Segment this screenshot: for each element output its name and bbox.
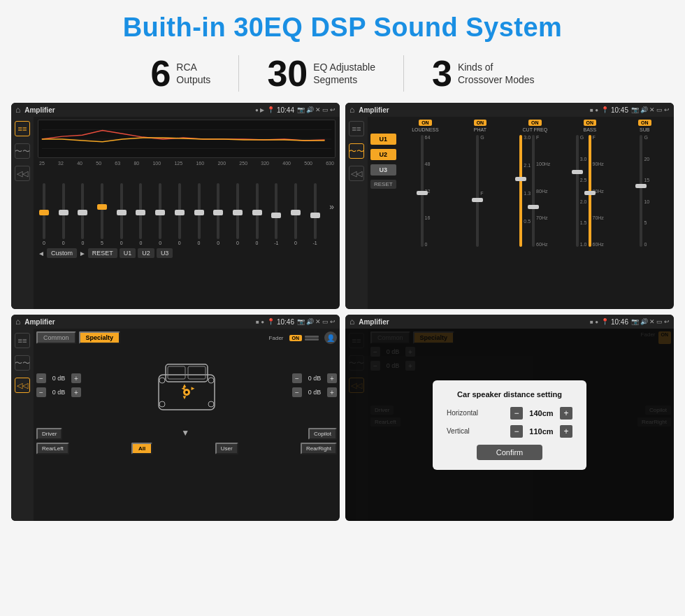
distance-status-icons: 📷 🔊 ✕ ▭ ↩ <box>631 318 670 325</box>
speaker-arrow-down[interactable]: ▼ <box>181 428 189 440</box>
eq-slider-12[interactable]: 0 <box>252 183 262 245</box>
cutfreq-slider-l[interactable] <box>519 135 522 247</box>
eq-slider-2[interactable]: 0 <box>59 183 68 245</box>
crossover-vol-icon: 🔊 <box>640 106 648 113</box>
eq-slider-10[interactable]: 0 <box>213 183 223 245</box>
eq-expand-icon[interactable]: » <box>329 202 334 212</box>
speaker-db-minus-br[interactable]: − <box>292 387 302 397</box>
speaker-db-tr: − 0 dB + <box>292 373 337 383</box>
svg-point-9 <box>159 378 165 383</box>
speaker-filter-icon[interactable]: ≡≡ <box>15 333 30 348</box>
eq-slider-7[interactable]: 0 <box>155 183 165 245</box>
crossover-speaker-icon[interactable]: ◁◁ <box>349 166 364 181</box>
eq-wave-icon[interactable]: 〜〜 <box>15 143 30 159</box>
crossover-dots: ■ ● <box>590 107 598 113</box>
speaker-db-minus-tr[interactable]: − <box>292 373 302 383</box>
speaker-db-plus-tl[interactable]: + <box>71 373 81 383</box>
dialog-confirm-button[interactable]: Confirm <box>477 445 543 460</box>
sub-sliders: G20151050 <box>640 135 649 247</box>
speaker-bottom-row: Driver ▼ Copilot <box>36 428 337 440</box>
eq-slider-3[interactable]: 0 <box>78 183 87 245</box>
all-button[interactable]: All <box>131 443 152 454</box>
eq-prev-icon[interactable]: ◄ <box>38 250 45 257</box>
eq-speaker-icon[interactable]: ◁◁ <box>15 166 30 181</box>
dialog-horizontal-minus[interactable]: − <box>510 407 523 420</box>
user-button[interactable]: User <box>215 443 238 454</box>
stat-number-eq: 30 <box>267 55 308 92</box>
page-title: Buith-in 30EQ DSP Sound System <box>0 0 685 50</box>
crossover-camera-icon: 📷 <box>631 106 639 113</box>
crossover-wave-icon[interactable]: 〜〜 <box>349 143 364 159</box>
speaker-sp-icon[interactable]: ◁◁ <box>15 378 30 393</box>
crossover-pin-icon: 📍 <box>601 106 609 113</box>
bass-slider-l[interactable] <box>576 135 579 247</box>
bass-slider-r[interactable] <box>589 135 591 247</box>
eq-u2-button[interactable]: U2 <box>138 248 154 258</box>
speaker-db-minus-bl[interactable]: − <box>36 387 46 397</box>
crossover-filter-icon[interactable]: ≡≡ <box>349 121 364 136</box>
eq-slider-1[interactable]: 0 <box>39 183 49 245</box>
speaker-wave-icon[interactable]: 〜〜 <box>15 355 30 371</box>
person-icon[interactable]: 👤 <box>324 331 337 344</box>
eq-slider-14[interactable]: 0 <box>291 183 301 245</box>
speaker-db-plus-br[interactable]: + <box>327 387 337 397</box>
speaker-db-minus-tl[interactable]: − <box>36 373 46 383</box>
svg-rect-6 <box>188 366 206 379</box>
speaker-db-plus-tr[interactable]: + <box>327 373 337 383</box>
eq-x-icon: ✕ <box>315 106 321 113</box>
eq-slider-5[interactable]: 0 <box>117 183 127 245</box>
speaker-bottom-row2: RearLeft All User RearRight <box>36 443 337 454</box>
phat-slider[interactable] <box>476 135 479 247</box>
eq-custom-button[interactable]: Custom <box>47 248 77 258</box>
crossover-screen-icon: ▭ <box>656 106 663 113</box>
crossover-u3-button[interactable]: U3 <box>370 164 396 176</box>
distance-home-icon[interactable]: ⌂ <box>349 317 354 327</box>
rearleft-button[interactable]: RearLeft <box>36 443 69 454</box>
stats-row: 6 RCAOutputs 30 EQ AdjustableSegments 3 … <box>0 50 685 100</box>
fader-sliders[interactable] <box>305 336 319 341</box>
distance-screen-icon: ▭ <box>656 318 663 325</box>
speaker-specialty-tab[interactable]: Specialty <box>79 331 121 344</box>
eq-next-icon[interactable]: ► <box>79 250 86 257</box>
eq-slider-11[interactable]: 0 <box>233 183 243 245</box>
eq-slider-4[interactable]: 5 <box>97 183 107 245</box>
eq-dots: ● ▶ <box>255 107 264 113</box>
dialog-vertical-control: − 110cm + <box>510 425 572 438</box>
speaker-common-tab[interactable]: Common <box>36 331 76 344</box>
dialog-vertical-plus[interactable]: + <box>560 425 572 438</box>
copilot-button[interactable]: Copilot <box>308 428 337 440</box>
cutfreq-slider-r[interactable] <box>532 135 535 247</box>
bass-on-badge: ON <box>584 120 597 126</box>
eq-u3-button[interactable]: U3 <box>157 248 173 258</box>
crossover-u1-button[interactable]: U1 <box>370 134 396 145</box>
speaker-home-icon[interactable]: ⌂ <box>15 317 20 327</box>
distance-vol-icon: 🔊 <box>640 318 648 325</box>
eq-pin-icon: 📍 <box>267 106 275 113</box>
speaker-controls-row: − 0 dB + − 0 dB + <box>36 347 337 424</box>
eq-slider-8[interactable]: 0 <box>175 183 185 245</box>
dialog-vertical-minus[interactable]: − <box>510 425 523 438</box>
eq-slider-6[interactable]: 0 <box>136 183 145 245</box>
crossover-reset-button[interactable]: RESET <box>370 180 396 189</box>
eq-reset-button[interactable]: RESET <box>88 248 117 258</box>
loudness-on-badge: ON <box>419 120 432 126</box>
speaker-db-plus-bl[interactable]: + <box>71 387 81 397</box>
sub-slider[interactable] <box>640 135 642 247</box>
eq-filter-icon[interactable]: ≡≡ <box>15 121 30 136</box>
eq-slider-15[interactable]: -1 <box>310 183 320 245</box>
rearright-button[interactable]: RearRight <box>301 443 337 454</box>
speaker-back-icon: ↩ <box>330 318 336 325</box>
eq-slider-13[interactable]: -1 <box>271 183 281 245</box>
crossover-u2-button[interactable]: U2 <box>370 149 396 160</box>
crossover-channels: ON LOUDNESS 644832160 <box>399 120 671 306</box>
dialog-confirm-row: Confirm <box>447 445 572 460</box>
eq-home-icon[interactable]: ⌂ <box>15 105 20 115</box>
dialog-horizontal-plus[interactable]: + <box>560 407 572 420</box>
crossover-home-icon[interactable]: ⌂ <box>349 105 354 115</box>
eq-sliders: 0 0 0 5 0 <box>38 169 336 245</box>
driver-button[interactable]: Driver <box>36 428 62 440</box>
eq-slider-9[interactable]: 0 <box>194 183 204 245</box>
loudness-slider-left[interactable] <box>421 135 424 247</box>
eq-u1-button[interactable]: U1 <box>120 248 136 258</box>
speaker-db-val-tl: 0 dB <box>48 375 69 382</box>
